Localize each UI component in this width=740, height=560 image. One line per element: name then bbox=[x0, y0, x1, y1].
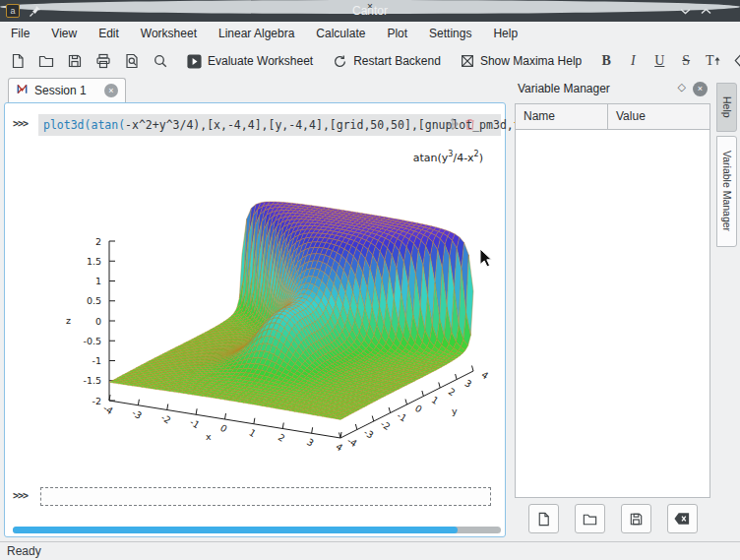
open-icon[interactable] bbox=[34, 49, 58, 73]
svg-text:-4: -4 bbox=[345, 435, 359, 449]
print-preview-icon[interactable] bbox=[120, 49, 144, 73]
tab-bar: Session 1 × bbox=[0, 77, 508, 102]
z-axis: -2-1.5-1-0.500.511.52z bbox=[66, 236, 115, 406]
next-command-prompt: >>> bbox=[13, 490, 28, 501]
evaluate-label: Evaluate Worksheet bbox=[208, 54, 313, 68]
main-content: Session 1 × >>> plot3d(atan(-x^2+y^3/4),… bbox=[0, 77, 740, 541]
svg-text:-3: -3 bbox=[130, 407, 144, 421]
plot-surface bbox=[109, 202, 473, 420]
worksheet[interactable]: >>> plot3d(atan(-x^2+y^3/4),[x,-4,4],[y,… bbox=[4, 102, 506, 537]
show-maxima-help-button[interactable]: Show Maxima Help bbox=[457, 49, 585, 73]
svg-text:0: 0 bbox=[413, 403, 424, 415]
save-variables-button[interactable] bbox=[621, 504, 651, 533]
scrollbar-thumb[interactable] bbox=[13, 527, 458, 533]
z-axis-label: z bbox=[66, 315, 71, 326]
tab-label: Session 1 bbox=[34, 84, 87, 97]
status-bar: Ready bbox=[0, 541, 740, 560]
svg-text:2: 2 bbox=[447, 386, 458, 399]
menu-item-help[interactable]: Help bbox=[482, 22, 528, 45]
add-variable-button[interactable] bbox=[528, 504, 559, 533]
svg-text:1: 1 bbox=[95, 276, 101, 286]
load-variables-button[interactable] bbox=[575, 504, 605, 533]
svg-text:-2: -2 bbox=[159, 411, 173, 425]
side-tab-variable-manager[interactable]: Variable Manager bbox=[716, 136, 737, 247]
panel-title: Variable Manager bbox=[518, 82, 610, 95]
svg-text:2: 2 bbox=[277, 431, 287, 444]
print-icon[interactable] bbox=[92, 49, 115, 73]
panel-float-icon[interactable]: ◇ bbox=[678, 81, 686, 93]
svg-text:4: 4 bbox=[479, 369, 490, 382]
column-header-name[interactable]: Name bbox=[516, 104, 608, 129]
column-header-value[interactable]: Value bbox=[608, 104, 646, 129]
text-color-button[interactable] bbox=[728, 49, 740, 73]
session-icon bbox=[16, 83, 29, 98]
menu-item-calculate[interactable]: Calculate bbox=[305, 22, 376, 45]
maxima-icon bbox=[460, 53, 475, 69]
evaluate-worksheet-button[interactable]: Evaluate Worksheet bbox=[183, 49, 316, 73]
side-dock-strip: Help Variable Manager bbox=[714, 77, 740, 541]
svg-text:-1.5: -1.5 bbox=[83, 375, 101, 386]
tab-session-1[interactable]: Session 1 × bbox=[8, 78, 126, 102]
delete-entry-icon[interactable] bbox=[463, 117, 476, 135]
bold-button[interactable]: B bbox=[595, 49, 617, 73]
svg-text:4: 4 bbox=[334, 441, 344, 454]
maximize-button[interactable] bbox=[699, 4, 712, 18]
plot-output: -2-1.5-1-0.500.511.52z-4-3-2-101234x-4-3… bbox=[38, 141, 493, 471]
side-tab-help[interactable]: Help bbox=[716, 83, 737, 132]
status-text: Ready bbox=[7, 544, 41, 558]
restart-label: Restart Backend bbox=[353, 54, 441, 68]
svg-text:-3: -3 bbox=[362, 426, 376, 440]
minimize-button[interactable] bbox=[678, 4, 692, 18]
italic-button[interactable]: I bbox=[622, 49, 644, 73]
x-axis-label: x bbox=[206, 431, 212, 442]
svg-text:2: 2 bbox=[95, 236, 101, 247]
underline-button[interactable]: U bbox=[648, 49, 670, 73]
tab-close-icon[interactable]: × bbox=[104, 84, 118, 97]
code-token: atan( bbox=[91, 118, 125, 132]
menu-item-plot[interactable]: Plot bbox=[376, 22, 418, 45]
svg-text:1.5: 1.5 bbox=[87, 256, 101, 267]
variable-manager-panel: Variable Manager ◇ × Name Value bbox=[511, 77, 714, 541]
restart-backend-button[interactable]: Restart Backend bbox=[329, 49, 444, 73]
evaluate-icon bbox=[186, 53, 203, 70]
svg-text:0: 0 bbox=[218, 422, 229, 435]
svg-text:-1: -1 bbox=[396, 409, 409, 423]
svg-text:-2: -2 bbox=[379, 418, 393, 432]
menu-item-worksheet[interactable]: Worksheet bbox=[130, 22, 208, 45]
font-size-button[interactable]: T bbox=[702, 49, 723, 73]
window-title: Cantor bbox=[0, 0, 740, 22]
panel-close-icon[interactable]: × bbox=[693, 82, 708, 96]
empty-command-entry[interactable] bbox=[40, 487, 491, 506]
mouse-cursor bbox=[479, 249, 493, 273]
svg-text:-4: -4 bbox=[101, 403, 115, 416]
command-entry[interactable]: plot3d(atan(-x^2+y^3/4),[x,-4,4],[y,-4,4… bbox=[38, 114, 501, 136]
command-prompt: >>> bbox=[13, 118, 28, 129]
menu-item-file[interactable]: File bbox=[0, 22, 40, 45]
new-worksheet-icon[interactable] bbox=[6, 49, 30, 73]
plot-legend: atan(y3/4-x2) bbox=[413, 150, 483, 164]
menu-item-linear-algebra[interactable]: Linear Algebra bbox=[208, 22, 305, 45]
y-axis-label: y bbox=[452, 405, 458, 416]
find-icon[interactable] bbox=[149, 49, 172, 73]
code-token: plot3d( bbox=[43, 118, 91, 132]
svg-text:0.5: 0.5 bbox=[87, 295, 101, 306]
plot-surface-svg: -2-1.5-1-0.500.511.52z-4-3-2-101234x-4-3… bbox=[38, 141, 493, 471]
strikethrough-button[interactable]: S bbox=[675, 49, 697, 73]
menu-item-view[interactable]: View bbox=[40, 22, 88, 45]
maxima-help-label: Show Maxima Help bbox=[480, 54, 582, 68]
clear-variables-button[interactable] bbox=[667, 504, 698, 533]
application-window: a Cantor × FileViewEditWorksheetLinear A… bbox=[0, 0, 740, 560]
svg-text:-2: -2 bbox=[92, 396, 101, 406]
svg-text:-1: -1 bbox=[92, 355, 101, 366]
move-entry-icon[interactable] bbox=[446, 117, 460, 135]
horizontal-scrollbar[interactable] bbox=[13, 527, 501, 533]
menu-item-settings[interactable]: Settings bbox=[418, 22, 482, 45]
svg-text:-0.5: -0.5 bbox=[83, 336, 101, 346]
variable-manager-actions bbox=[511, 504, 714, 533]
menu-item-edit[interactable]: Edit bbox=[88, 22, 130, 45]
svg-text:0: 0 bbox=[95, 316, 101, 327]
restart-icon bbox=[332, 53, 348, 70]
save-icon[interactable] bbox=[63, 49, 87, 73]
main-toolbar: Evaluate Worksheet Restart Backend Show … bbox=[0, 45, 740, 77]
entry-actions bbox=[446, 117, 502, 135]
